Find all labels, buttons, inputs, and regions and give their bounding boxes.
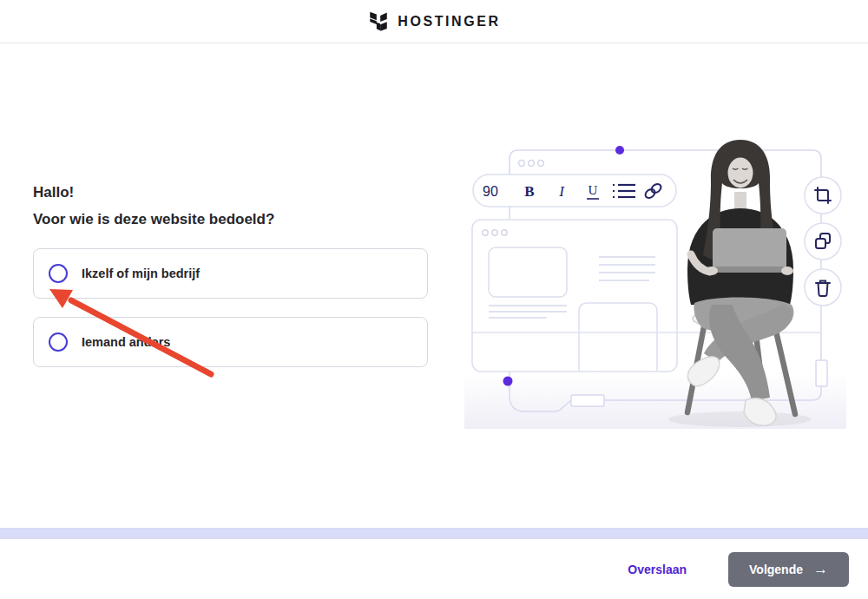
editor-illustration: 90 B I U <box>451 126 868 434</box>
circuit-node-right <box>816 360 827 386</box>
accent-dot-top <box>615 146 624 155</box>
browser-window <box>472 220 677 372</box>
question-block: Hallo! Voor wie is deze website bedoeld?… <box>33 184 428 367</box>
footer: Overslaan Volgende → <box>0 539 868 599</box>
option-label: Iemand anders <box>82 335 170 349</box>
page-title: Voor wie is deze website bedoeld? <box>33 211 428 228</box>
next-button-label: Volgende <box>749 563 803 576</box>
side-tool-buttons <box>805 177 841 306</box>
option-label: Ikzelf of mijn bedrijf <box>82 267 200 280</box>
hostinger-logo-icon <box>367 10 390 33</box>
progress-track <box>0 528 868 539</box>
option-card-myself[interactable]: Ikzelf of mijn bedrijf <box>33 248 428 299</box>
brand-name: HOSTINGER <box>398 14 501 30</box>
laptop <box>713 228 786 272</box>
brand-logo: HOSTINGER <box>367 10 501 33</box>
block-placeholder <box>579 303 657 371</box>
greeting-text: Hallo! <box>33 184 428 201</box>
editor-toolbar: 90 B I U <box>473 174 676 207</box>
skip-link[interactable]: Overslaan <box>628 563 687 576</box>
image-placeholder <box>489 247 567 297</box>
circuit-node-bottom <box>571 395 604 406</box>
option-card-someone-else[interactable]: Iemand anders <box>33 317 428 367</box>
radio-option-myself[interactable] <box>49 264 68 283</box>
arrow-right-icon: → <box>813 562 828 576</box>
frame-window-dots <box>519 161 544 167</box>
font-size-value: 90 <box>483 184 498 199</box>
bold-icon: B <box>524 183 534 200</box>
radio-option-someone-else[interactable] <box>49 332 68 352</box>
onboarding-page: HOSTINGER Hallo! Voor wie is deze websit… <box>0 0 868 599</box>
accent-dot-left <box>503 377 513 386</box>
app-header: HOSTINGER <box>0 0 868 43</box>
delete-button <box>805 269 841 306</box>
crop-button <box>805 177 841 214</box>
underline-icon: U <box>589 183 598 197</box>
next-button[interactable]: Volgende → <box>728 552 849 587</box>
